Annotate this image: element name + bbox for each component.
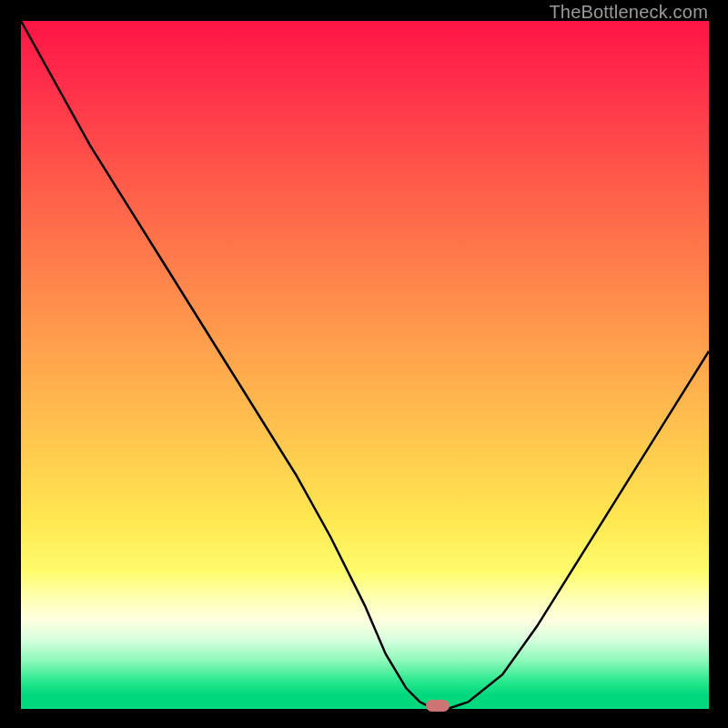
chart-container: TheBottleneck.com xyxy=(0,0,728,728)
plot-area xyxy=(21,21,709,709)
watermark-text: TheBottleneck.com xyxy=(549,2,708,23)
min-marker xyxy=(426,700,450,712)
curve-path xyxy=(21,21,709,709)
bottleneck-curve xyxy=(21,21,709,709)
